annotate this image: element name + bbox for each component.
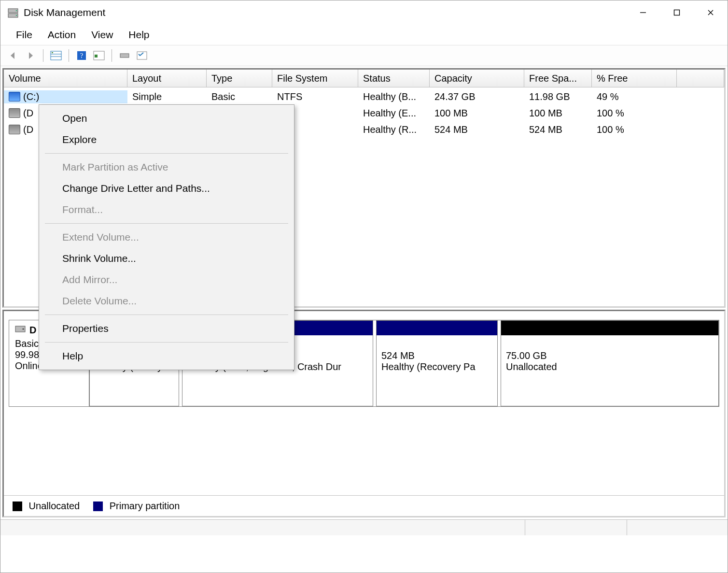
volume-fs: NTFS — [272, 90, 358, 103]
volume-icon — [9, 108, 20, 118]
window-title: Disk Management — [24, 7, 105, 18]
forward-button[interactable] — [24, 49, 37, 62]
svg-rect-5 — [674, 10, 680, 15]
legend-primary-label: Primary partition — [110, 501, 180, 511]
partition-status: Unallocated — [506, 361, 557, 372]
legend-primary: Primary partition — [93, 501, 180, 512]
context-menu-item: Extend Volume... — [39, 227, 294, 248]
statusbar — [0, 519, 728, 535]
volume-icon — [9, 125, 20, 134]
volume-type: Basic — [207, 90, 272, 103]
svg-point-19 — [23, 329, 24, 330]
svg-point-2 — [16, 10, 17, 11]
menu-help[interactable]: Help — [121, 27, 157, 43]
statusbar-segment — [0, 520, 525, 535]
disk-icon — [15, 324, 26, 336]
context-menu-item[interactable]: Open — [39, 108, 294, 129]
volume-free: 524 MB — [524, 123, 592, 136]
context-menu-separator — [45, 342, 288, 343]
context-menu-item[interactable]: Shrink Volume... — [39, 248, 294, 269]
toolbar: ? — [0, 45, 728, 66]
toolbar-details-icon[interactable] — [92, 49, 106, 62]
svg-rect-11 — [52, 52, 53, 53]
partition[interactable]: 524 MBHealthy (Recovery Pa — [376, 320, 498, 406]
context-menu-item[interactable]: Explore — [39, 129, 294, 150]
legend-unallocated-label: Unallocated — [29, 501, 80, 511]
col-free-space[interactable]: Free Spa... — [524, 70, 592, 87]
volume-status: Healthy (E... — [358, 107, 430, 120]
volume-label: (D — [23, 124, 33, 135]
legend: Unallocated Primary partition — [4, 495, 724, 516]
maximize-button[interactable] — [660, 0, 694, 25]
menu-file[interactable]: File — [8, 27, 40, 43]
minimize-button[interactable] — [626, 0, 660, 25]
context-menu-item[interactable]: Change Drive Letter and Paths... — [39, 178, 294, 199]
partition-body: 75.00 GBUnallocated — [501, 335, 718, 406]
svg-rect-17 — [137, 52, 147, 59]
volume-context-menu[interactable]: OpenExploreMark Partition as ActiveChang… — [39, 104, 294, 370]
partition-body: 524 MBHealthy (Recovery Pa — [377, 335, 497, 406]
close-button[interactable] — [694, 0, 728, 25]
col-extra[interactable] — [677, 70, 724, 87]
context-menu-item: Delete Volume... — [39, 290, 294, 312]
volume-label: (D — [23, 108, 33, 119]
col-pct-free[interactable]: % Free — [592, 70, 677, 87]
volume-status: Healthy (R... — [358, 123, 430, 136]
col-file-system[interactable]: File System — [272, 70, 358, 87]
volume-label: (C:) — [23, 91, 39, 102]
context-menu-separator — [45, 153, 288, 154]
context-menu-item[interactable]: Properties — [39, 318, 294, 339]
volume-status: Healthy (B... — [358, 90, 430, 103]
context-menu-item: Add Mirror... — [39, 269, 294, 290]
volume-capacity: 524 MB — [430, 123, 524, 136]
back-button[interactable] — [6, 49, 20, 62]
col-type[interactable]: Type — [207, 70, 272, 87]
menu-action[interactable]: Action — [40, 27, 84, 43]
col-volume[interactable]: Volume — [4, 70, 127, 87]
context-menu-separator — [45, 315, 288, 315]
disk-management-app-icon — [7, 7, 19, 18]
col-status[interactable]: Status — [358, 70, 430, 87]
partition-status: Healthy (Recovery Pa — [381, 361, 476, 372]
partition-size: 75.00 GB — [506, 350, 547, 361]
toolbar-separator — [43, 49, 43, 62]
disk-name: D — [29, 325, 36, 336]
toolbar-list-icon[interactable] — [49, 49, 63, 62]
toolbar-separator — [69, 49, 69, 62]
svg-rect-16 — [120, 54, 129, 57]
col-layout[interactable]: Layout — [127, 70, 207, 87]
volume-icon — [9, 92, 20, 101]
primary-swatch — [93, 501, 103, 511]
col-capacity[interactable]: Capacity — [430, 70, 524, 87]
volume-pct: 100 % — [592, 123, 677, 136]
partition[interactable]: 75.00 GBUnallocated — [501, 320, 719, 406]
volume-pct: 100 % — [592, 107, 677, 120]
context-menu-separator — [45, 223, 288, 224]
volume-pct: 49 % — [592, 90, 677, 103]
disk-management-window: Disk Management File Action View Help — [0, 0, 728, 573]
volume-list-header: Volume Layout Type File System Status Ca… — [4, 70, 724, 87]
volume-row[interactable]: (C:)SimpleBasicNTFSHealthy (B...24.37 GB… — [4, 88, 724, 105]
titlebar: Disk Management — [0, 0, 728, 25]
svg-text:?: ? — [80, 52, 83, 59]
menu-view[interactable]: View — [84, 27, 121, 43]
toolbar-dialog-icon[interactable] — [135, 49, 149, 62]
partition-bar — [501, 321, 718, 335]
context-menu-item: Mark Partition as Active — [39, 157, 294, 178]
volume-free: 100 MB — [524, 107, 592, 120]
volume-layout: Simple — [127, 90, 207, 103]
context-menu-item: Format... — [39, 199, 294, 220]
legend-unallocated: Unallocated — [13, 501, 80, 512]
help-icon[interactable]: ? — [75, 49, 88, 62]
volume-capacity: 100 MB — [430, 107, 524, 120]
unallocated-swatch — [13, 501, 22, 511]
refresh-icon[interactable] — [118, 49, 131, 62]
svg-rect-15 — [95, 55, 98, 57]
partition-size: 524 MB — [381, 350, 415, 361]
statusbar-segment — [525, 520, 627, 535]
partition-bar — [377, 321, 497, 335]
toolbar-separator — [112, 49, 112, 62]
svg-point-3 — [16, 15, 17, 16]
volume-free: 11.98 GB — [524, 90, 592, 103]
context-menu-item[interactable]: Help — [39, 345, 294, 367]
